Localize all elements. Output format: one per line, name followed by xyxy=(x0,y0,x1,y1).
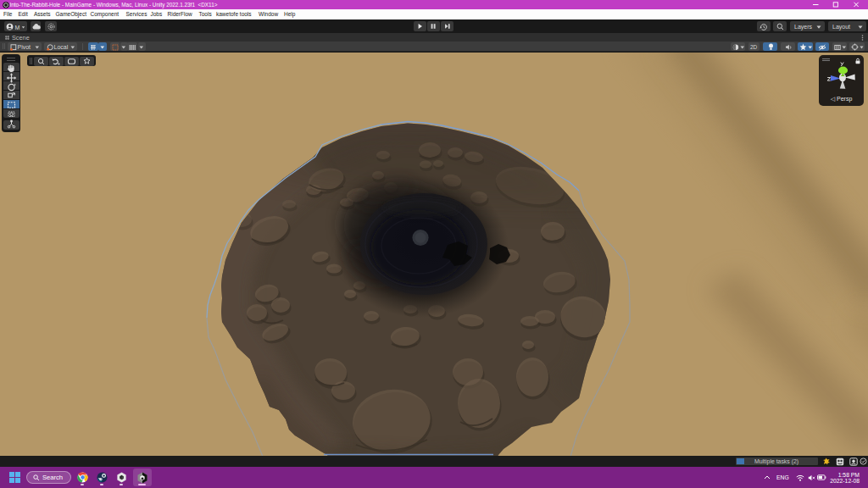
svg-text:2D: 2D xyxy=(750,44,758,50)
svg-text:M: M xyxy=(15,24,20,30)
